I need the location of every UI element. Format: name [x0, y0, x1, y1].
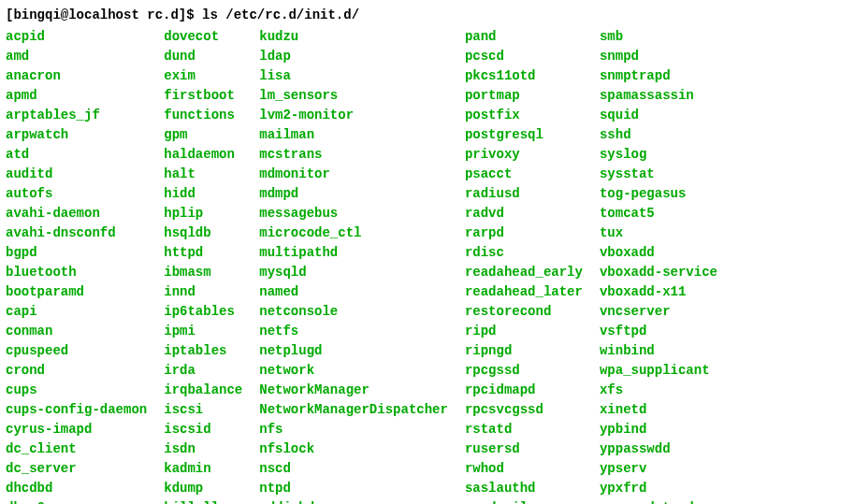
file-entry: sshd [600, 125, 717, 145]
file-entry: ypxfrd [600, 479, 717, 498]
file-entry: firstboot [164, 86, 242, 106]
file-entry: radvd [465, 204, 583, 223]
file-entry: dhcp6r [6, 498, 147, 504]
file-entry: saslauthd [465, 479, 583, 498]
file-entry: irda [164, 361, 242, 381]
file-entry: conman [6, 322, 147, 341]
file-entry: killall [164, 498, 242, 504]
file-entry: autofs [6, 184, 147, 204]
file-entry: messagebus [259, 204, 448, 223]
file-entry: lm_sensors [259, 86, 448, 106]
file-entry: anacron [6, 66, 147, 86]
file-entry: ripngd [465, 341, 583, 361]
file-entry: readahead_later [465, 282, 583, 302]
file-entry: yppasswdd [600, 439, 717, 459]
file-entry: haldaemon [164, 145, 242, 165]
file-entry: oddjobd [259, 498, 448, 504]
file-entry: cups [6, 381, 147, 400]
file-entry: xinetd [600, 400, 717, 420]
file-entry: network [259, 361, 448, 381]
file-entry: ip6tables [164, 302, 242, 322]
file-entry: squid [600, 106, 717, 125]
file-entry: kudzu [259, 27, 448, 47]
file-entry: rpcgssd [465, 361, 583, 381]
file-entry: vsftpd [600, 322, 717, 341]
file-entry: netfs [259, 322, 448, 341]
file-entry: pand [465, 27, 583, 47]
file-entry: portmap [465, 86, 583, 106]
file-entry: iscsid [164, 420, 242, 439]
file-entry: mcstrans [259, 145, 448, 165]
file-entry: dund [164, 47, 242, 66]
file-entry: dc_server [6, 459, 147, 479]
file-entry: dovecot [164, 27, 242, 47]
file-entry: cpuspeed [6, 341, 147, 361]
file-entry: postgresql [465, 125, 583, 145]
file-entry: nscd [259, 459, 448, 479]
file-entry: privoxy [465, 145, 583, 165]
file-entry: apmd [6, 86, 147, 106]
file-entry: irqbalance [164, 381, 242, 400]
file-entry: ntpd [259, 479, 448, 498]
file-entry: mailman [259, 125, 448, 145]
file-entry: rdisc [465, 243, 583, 263]
file-entry: ypserv [600, 459, 717, 479]
file-entry: wpa_supplicant [600, 361, 717, 381]
file-entry: isdn [164, 439, 242, 459]
file-entry: cups-config-daemon [6, 400, 147, 420]
file-entry: avahi-dnsconfd [6, 223, 147, 243]
file-entry: mdmpd [259, 184, 448, 204]
file-entry: httpd [164, 243, 242, 263]
file-entry: vncserver [600, 302, 717, 322]
file-entry: pkcs11otd [465, 66, 583, 86]
file-entry: rusersd [465, 439, 583, 459]
file-entry: amd [6, 47, 147, 66]
file-entry: gpm [164, 125, 242, 145]
file-entry: kadmin [164, 459, 242, 479]
listing-column: dovecotdundeximfirstbootfunctionsgpmhald… [164, 27, 242, 504]
file-entry: cyrus-imapd [6, 420, 147, 439]
file-entry: capi [6, 302, 147, 322]
file-entry: radiusd [465, 184, 583, 204]
file-entry: winbind [600, 341, 717, 361]
file-entry: iptables [164, 341, 242, 361]
file-entry: tux [600, 223, 717, 243]
file-entry: hidd [164, 184, 242, 204]
file-entry: multipathd [259, 243, 448, 263]
listing-column: smbsnmpdsnmptrapdspamassassinsquidsshdsy… [600, 27, 717, 504]
file-entry: rpcidmapd [465, 381, 583, 400]
file-entry: exim [164, 66, 242, 86]
file-entry: netconsole [259, 302, 448, 322]
file-entry: arptables_jf [6, 106, 147, 125]
listing-column: acpidamdanacronapmdarptables_jfarpwatcha… [6, 27, 147, 504]
file-entry: bluetooth [6, 263, 147, 282]
file-entry: rwhod [465, 459, 583, 479]
file-entry: functions [164, 106, 242, 125]
prompt-line: [bingqi@localhost rc.d]$ ls /etc/rc.d/in… [6, 6, 849, 25]
file-entry: crond [6, 361, 147, 381]
file-entry: rarpd [465, 223, 583, 243]
file-entry: restorecond [465, 302, 583, 322]
file-entry: ypbind [600, 420, 717, 439]
file-entry: tog-pegasus [600, 184, 717, 204]
file-entry: vboxadd-x11 [600, 282, 717, 302]
file-entry: pcscd [465, 47, 583, 66]
file-entry: snmpd [600, 47, 717, 66]
command-text: ls /etc/rc.d/init.d/ [202, 7, 359, 22]
file-entry: bgpd [6, 243, 147, 263]
file-entry: avahi-daemon [6, 204, 147, 223]
listing-column: kudzuldaplisalm_sensorslvm2-monitormailm… [259, 27, 448, 504]
file-entry: ipmi [164, 322, 242, 341]
file-entry: nfs [259, 420, 448, 439]
file-entry: bootparamd [6, 282, 147, 302]
file-entry: auditd [6, 165, 147, 184]
file-entry: innd [164, 282, 242, 302]
file-entry: mdmonitor [259, 165, 448, 184]
file-entry: hsqldb [164, 223, 242, 243]
file-entry: kdump [164, 479, 242, 498]
file-entry: xfs [600, 381, 717, 400]
file-entry: vboxadd [600, 243, 717, 263]
file-entry: hplip [164, 204, 242, 223]
file-entry: lisa [259, 66, 448, 86]
file-entry: lvm2-monitor [259, 106, 448, 125]
